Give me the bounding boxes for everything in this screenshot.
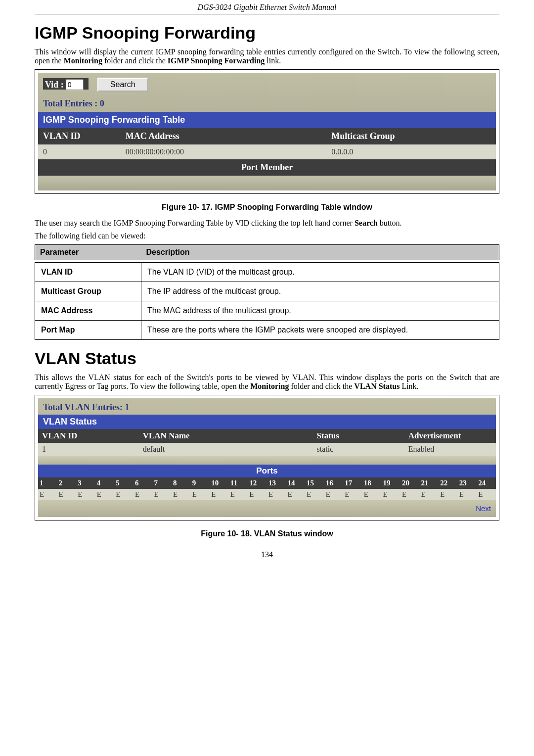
port-col: 17 [343, 477, 362, 489]
col-mgroup: Multicast Group [326, 128, 496, 144]
igmp-after-1: The user may search the IGMP Snooping Fo… [35, 219, 499, 228]
igmp-search-bar: Vid : Search [38, 73, 496, 94]
port-col: 19 [381, 477, 400, 489]
igmp-intro: This window will display the current IGM… [35, 47, 499, 65]
doc-header: DGS-3024 Gigabit Ethernet Switch Manual [35, 0, 499, 14]
param-table: Parameter Description VLAN ID The VLAN I… [35, 244, 499, 340]
vlan-heading: VLAN Status [35, 349, 499, 368]
port-col: 14 [286, 477, 306, 489]
port-cell: E [134, 489, 153, 500]
param-row: Multicast Group The IP address of the mu… [35, 282, 499, 301]
ports-header-row: 1 2 3 4 5 6 7 8 9 10 11 12 13 14 15 16 1 [38, 477, 496, 489]
igmp-table-title: IGMP Snooping Forwarding Table [38, 112, 496, 128]
port-cell: E [114, 489, 134, 500]
port-col: 1 [38, 477, 57, 489]
port-col: 23 [458, 477, 477, 489]
col-vlan-id: VLAN ID [38, 128, 121, 144]
vlan-meta-row: 1 default static Enabled [38, 443, 496, 456]
port-col: 11 [229, 477, 248, 489]
vlan-total-entries: Total VLAN Entries: 1 [38, 398, 496, 415]
port-cell: E [343, 489, 362, 500]
cell-mgroup: 0.0.0.0 [326, 144, 496, 159]
cell-vlan-name: default [139, 443, 313, 456]
vlan-intro-e: Link. [400, 382, 418, 390]
cell-mac: 00:00:00:00:00:00 [121, 144, 327, 159]
search-button[interactable]: Search [97, 78, 148, 92]
port-member-empty-row [38, 176, 496, 190]
port-cell: E [477, 489, 496, 500]
port-cell: E [229, 489, 248, 500]
header-rule [35, 14, 499, 14]
igmp-figure-caption: Figure 10- 17. IGMP Snooping Forwarding … [35, 203, 499, 212]
igmp-after-1b: Search [355, 219, 378, 227]
igmp-table: VLAN ID MAC Address Multicast Group 0 00… [38, 128, 496, 159]
vlan-intro-b: Monitoring [250, 382, 289, 390]
param-label: MAC Address [35, 301, 141, 321]
port-col: 12 [248, 477, 267, 489]
cell-status: static [313, 443, 404, 456]
port-cell: E [191, 489, 210, 500]
port-cell: E [324, 489, 344, 500]
param-desc: The MAC address of the multicast group. [141, 301, 499, 321]
port-cell: E [76, 489, 95, 500]
port-col: 2 [57, 477, 77, 489]
igmp-heading: IGMP Snooping Forwarding [35, 23, 499, 43]
col-vlan-id: VLAN ID [38, 429, 139, 443]
port-col: 20 [400, 477, 420, 489]
next-row: Next [38, 500, 496, 517]
igmp-webui: Vid : Search Total Entries : 0 IGMP Snoo… [38, 73, 496, 190]
param-desc: The IP address of the multicast group. [141, 282, 499, 301]
port-col: 10 [210, 477, 229, 489]
vlan-meta-header-row: VLAN ID VLAN Name Status Advertisement [38, 429, 496, 443]
igmp-table-header-row: VLAN ID MAC Address Multicast Group [38, 128, 496, 144]
port-col: 3 [76, 477, 95, 489]
page-number: 134 [35, 550, 499, 559]
port-col: 16 [324, 477, 344, 489]
port-cell: E [420, 489, 439, 500]
port-cell: E [172, 489, 191, 500]
param-desc: The VLAN ID (VID) of the multicast group… [141, 263, 499, 282]
next-link[interactable]: Next [476, 504, 491, 513]
param-label: Multicast Group [35, 282, 141, 301]
port-col: 5 [114, 477, 134, 489]
igmp-intro-e: link. [265, 56, 281, 65]
port-cell: E [362, 489, 382, 500]
vlan-intro-c: folder and click the [289, 382, 354, 390]
col-advertisement: Advertisement [404, 429, 496, 443]
vlan-intro: This allows the VLAN status for each of … [35, 373, 499, 391]
vlan-status-title: VLAN Status [38, 415, 496, 429]
param-label: Port Map [35, 321, 141, 340]
port-cell: E [210, 489, 229, 500]
ports-value-row: E E E E E E E E E E E E E E E E E [38, 489, 496, 500]
port-col: 24 [477, 477, 496, 489]
vlan-intro-d: VLAN Status [354, 382, 400, 390]
vlan-figure-box: Total VLAN Entries: 1 VLAN Status VLAN I… [35, 395, 499, 520]
col-vlan-name: VLAN Name [139, 429, 313, 443]
col-mac: MAC Address [121, 128, 327, 144]
port-col: 22 [439, 477, 458, 489]
param-row: VLAN ID The VLAN ID (VID) of the multica… [35, 263, 499, 282]
param-row: MAC Address The MAC address of the multi… [35, 301, 499, 321]
param-row: Port Map These are the ports where the I… [35, 321, 499, 340]
port-col: 7 [152, 477, 172, 489]
vlan-spacer [38, 456, 496, 465]
col-status: Status [313, 429, 404, 443]
vid-input[interactable] [66, 79, 84, 90]
vid-label: Vid : [45, 80, 64, 90]
cell-advertisement: Enabled [404, 443, 496, 456]
port-cell: E [248, 489, 267, 500]
igmp-intro-d: IGMP Snooping Forwarding [168, 56, 265, 65]
param-header-row: Parameter Description [35, 245, 499, 260]
port-cell: E [38, 489, 57, 500]
ports-header: Ports [38, 465, 496, 477]
port-cell: E [152, 489, 172, 500]
param-desc: These are the ports where the IGMP packe… [141, 321, 499, 340]
port-cell: E [439, 489, 458, 500]
cell-vlan-id: 1 [38, 443, 139, 456]
cell-vlan-id: 0 [38, 144, 121, 159]
param-hdr-description: Description [141, 245, 499, 260]
igmp-intro-b: Monitoring [64, 56, 102, 65]
igmp-after-2: The following field can be viewed: [35, 232, 499, 240]
port-cell: E [95, 489, 115, 500]
port-cell: E [305, 489, 324, 500]
